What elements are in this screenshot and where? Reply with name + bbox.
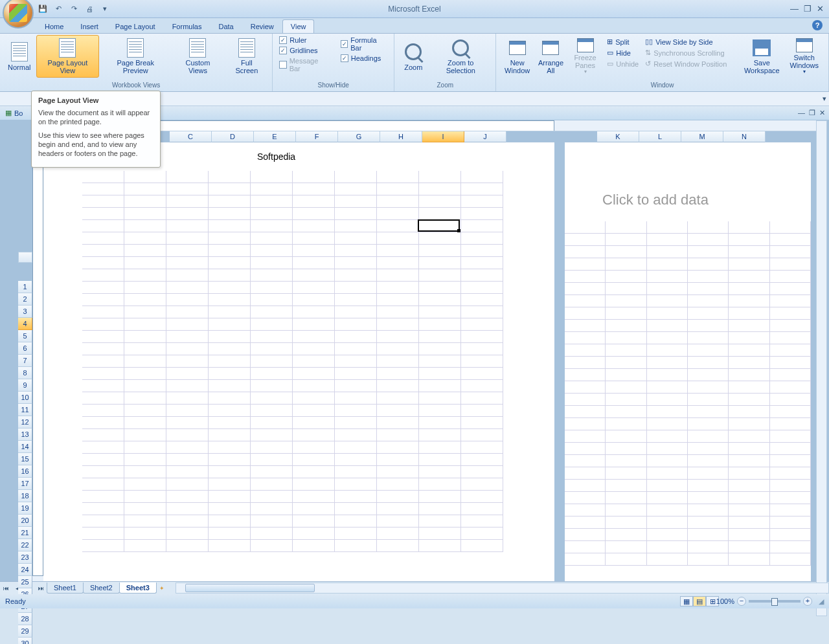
cell[interactable]: [688, 529, 729, 541]
cell[interactable]: [419, 294, 461, 306]
column-header[interactable]: I: [422, 131, 464, 142]
cell[interactable]: [293, 491, 335, 503]
cell[interactable]: [461, 232, 503, 245]
tab-insert[interactable]: Insert: [72, 19, 107, 33]
cell[interactable]: [461, 515, 503, 527]
cell[interactable]: [293, 441, 335, 454]
cell[interactable]: [335, 355, 377, 368]
cell[interactable]: [688, 406, 729, 418]
cell[interactable]: [688, 553, 729, 566]
cell[interactable]: [166, 355, 209, 368]
cell[interactable]: [419, 380, 461, 392]
cell[interactable]: [335, 429, 377, 441]
cell[interactable]: [729, 541, 769, 553]
cell[interactable]: [166, 429, 209, 441]
cell[interactable]: [166, 405, 209, 417]
cell[interactable]: [688, 504, 729, 516]
cell[interactable]: [647, 332, 688, 344]
cell[interactable]: [419, 245, 461, 257]
cell[interactable]: [124, 478, 166, 491]
cell[interactable]: [729, 271, 769, 283]
cell[interactable]: [647, 394, 688, 406]
cell[interactable]: [82, 503, 124, 515]
cell[interactable]: [335, 257, 377, 269]
page-1[interactable]: Softpedia: [43, 142, 554, 581]
cell[interactable]: [209, 171, 251, 183]
cell[interactable]: [124, 368, 166, 380]
cell[interactable]: [209, 417, 251, 429]
cell[interactable]: [565, 246, 606, 258]
cell[interactable]: [419, 540, 461, 552]
cell[interactable]: [293, 183, 335, 195]
cell[interactable]: [82, 355, 124, 368]
cell[interactable]: [688, 258, 729, 271]
cell[interactable]: [688, 541, 729, 553]
cell[interactable]: [251, 331, 293, 343]
cell[interactable]: [209, 232, 251, 245]
cell[interactable]: [124, 454, 166, 466]
cell[interactable]: [293, 269, 335, 282]
cell[interactable]: [606, 234, 646, 246]
cell[interactable]: [82, 269, 124, 282]
view-side-by-side-button[interactable]: ▯▯View Side by Side: [642, 36, 740, 47]
column-header[interactable]: L: [639, 131, 681, 142]
cell[interactable]: [209, 380, 251, 392]
cell[interactable]: [647, 406, 688, 418]
sheet-tab[interactable]: Sheet2: [83, 583, 120, 594]
cell[interactable]: [565, 381, 606, 394]
new-window-button[interactable]: New Window: [500, 35, 534, 78]
cell[interactable]: [606, 480, 646, 492]
cell[interactable]: [461, 306, 503, 318]
cell[interactable]: [419, 527, 461, 540]
cell[interactable]: [565, 406, 606, 418]
cell[interactable]: [82, 454, 124, 466]
cell[interactable]: [565, 394, 606, 406]
cell[interactable]: [565, 455, 606, 467]
cell[interactable]: [606, 271, 646, 283]
cell[interactable]: [293, 245, 335, 257]
cell[interactable]: [377, 417, 419, 429]
column-header[interactable]: D: [212, 131, 254, 142]
cell[interactable]: [729, 369, 769, 381]
cell[interactable]: [729, 344, 769, 357]
cell[interactable]: [647, 258, 688, 271]
cell[interactable]: [124, 318, 166, 331]
help-button[interactable]: ?: [812, 20, 823, 30]
cell[interactable]: [461, 392, 503, 405]
cell[interactable]: [688, 394, 729, 406]
formula-bar-checkbox[interactable]: ✓Formula Bar: [338, 35, 391, 53]
cell[interactable]: [565, 467, 606, 480]
sheet-tab[interactable]: Sheet1: [47, 583, 84, 594]
cell[interactable]: [770, 504, 811, 516]
cell[interactable]: [461, 417, 503, 429]
cell[interactable]: [461, 318, 503, 331]
cell[interactable]: [82, 171, 124, 183]
tab-review[interactable]: Review: [242, 19, 282, 33]
cell[interactable]: [82, 429, 124, 441]
cell[interactable]: [419, 318, 461, 331]
new-sheet-button[interactable]: ✦: [156, 583, 168, 594]
cell[interactable]: [647, 221, 688, 234]
cell[interactable]: [293, 368, 335, 380]
cell[interactable]: [606, 357, 646, 369]
cell[interactable]: [565, 541, 606, 553]
cell[interactable]: [565, 234, 606, 246]
cell[interactable]: [770, 369, 811, 381]
expand-formula-bar-icon[interactable]: ▾: [823, 94, 826, 103]
cell[interactable]: [293, 257, 335, 269]
cell[interactable]: [335, 503, 377, 515]
cell[interactable]: [209, 527, 251, 540]
cell[interactable]: [377, 380, 419, 392]
column-header[interactable]: C: [170, 131, 212, 142]
cell[interactable]: [335, 392, 377, 405]
vertical-ruler[interactable]: [32, 142, 43, 581]
cell[interactable]: [251, 478, 293, 491]
cell[interactable]: [419, 405, 461, 417]
cell[interactable]: [251, 183, 293, 195]
cell[interactable]: [251, 417, 293, 429]
cell[interactable]: [565, 320, 606, 332]
cell[interactable]: [565, 221, 606, 234]
cell[interactable]: [335, 306, 377, 318]
cell[interactable]: [166, 491, 209, 503]
gridlines-checkbox[interactable]: ✓Gridlines: [277, 45, 332, 56]
